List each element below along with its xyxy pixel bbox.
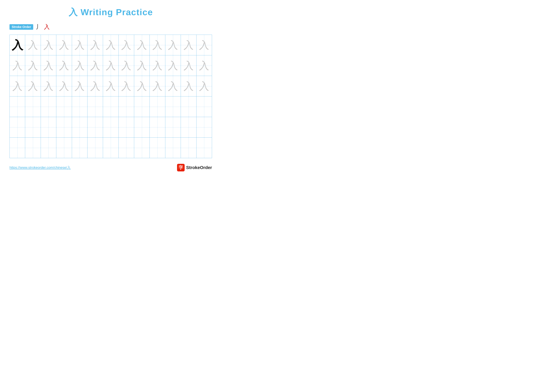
guide-cell: 入	[118, 35, 134, 55]
writing-cell[interactable]	[25, 96, 41, 117]
guide-cell: 入	[56, 76, 72, 96]
guide-cell: 入	[118, 76, 134, 96]
guide-cell: 入	[10, 55, 25, 76]
writing-cell[interactable]	[72, 96, 87, 117]
practice-row-2: 入 入 入 入 入 入 入 入 入 入 入 入 入	[10, 55, 212, 76]
title-text: Writing Practice	[80, 7, 153, 17]
guide-cell: 入	[196, 35, 212, 55]
writing-cell[interactable]	[87, 138, 103, 158]
guide-cell: 入	[150, 35, 165, 55]
stroke-2: 入	[44, 23, 50, 31]
brand-label: StrokeOrder	[186, 165, 212, 170]
guide-cell: 入	[181, 55, 196, 76]
writing-cell[interactable]	[118, 117, 134, 138]
guide-cell: 入	[165, 76, 181, 96]
writing-cell[interactable]	[103, 138, 118, 158]
writing-cell[interactable]	[196, 138, 212, 158]
guide-cell: 入	[103, 76, 118, 96]
stroke-order-section: Stroke Order 丿 入	[9, 23, 212, 31]
stroke-1: 丿	[36, 23, 41, 31]
writing-cell[interactable]	[165, 96, 181, 117]
writing-cell[interactable]	[134, 96, 150, 117]
guide-cell: 入	[25, 76, 41, 96]
writing-cell[interactable]	[118, 138, 134, 158]
writing-cell[interactable]	[87, 117, 103, 138]
guide-cell: 入	[56, 35, 72, 55]
practice-row-6[interactable]	[10, 138, 212, 158]
reference-char: 入	[12, 39, 23, 51]
guide-cell: 入	[134, 55, 150, 76]
writing-cell[interactable]	[10, 117, 25, 138]
guide-cell: 入	[41, 76, 56, 96]
writing-cell[interactable]	[72, 117, 87, 138]
writing-cell[interactable]	[25, 117, 41, 138]
practice-row-4[interactable]	[10, 96, 212, 117]
title-char: 入	[69, 7, 78, 17]
guide-cell: 入	[118, 55, 134, 76]
writing-cell[interactable]	[134, 138, 150, 158]
guide-cell: 入	[196, 55, 212, 76]
writing-cell[interactable]	[165, 117, 181, 138]
guide-cell: 入	[41, 35, 56, 55]
writing-cell[interactable]	[150, 138, 165, 158]
guide-cell: 入	[25, 35, 41, 55]
stroke-order-badge: Stroke Order	[9, 24, 33, 30]
writing-cell[interactable]	[56, 117, 72, 138]
writing-cell[interactable]	[181, 96, 196, 117]
writing-cell[interactable]	[87, 96, 103, 117]
practice-row-3: 入 入 入 入 入 入 入 入 入 入 入 入 入	[10, 76, 212, 96]
writing-cell[interactable]	[25, 138, 41, 158]
writing-cell[interactable]	[196, 96, 212, 117]
writing-cell[interactable]	[41, 117, 56, 138]
writing-cell[interactable]	[196, 117, 212, 138]
guide-cell: 入	[150, 55, 165, 76]
writing-cell[interactable]	[134, 117, 150, 138]
brand-icon: 字	[177, 164, 185, 171]
writing-cell[interactable]	[41, 96, 56, 117]
guide-cell: 入	[72, 76, 87, 96]
guide-cell: 入	[103, 55, 118, 76]
guide-cell: 入	[181, 35, 196, 55]
guide-cell: 入	[72, 35, 87, 55]
guide-cell: 入	[25, 55, 41, 76]
practice-row-5[interactable]	[10, 117, 212, 138]
guide-cell: 入	[134, 76, 150, 96]
guide-cell: 入	[181, 76, 196, 96]
guide-cell: 入	[87, 55, 103, 76]
writing-cell[interactable]	[10, 138, 25, 158]
page-title: 入 Writing Practice	[9, 6, 212, 18]
writing-cell[interactable]	[165, 138, 181, 158]
guide-cell: 入	[150, 76, 165, 96]
footer-brand: 字 StrokeOrder	[177, 164, 212, 171]
practice-grid: 入 入 入 入 入 入 入 入 入 入 入 入 入 入 入 入 入 入 入 入 …	[9, 35, 212, 158]
writing-cell[interactable]	[56, 138, 72, 158]
guide-cell: 入	[165, 35, 181, 55]
writing-cell[interactable]	[118, 96, 134, 117]
writing-cell[interactable]	[41, 138, 56, 158]
guide-cell: 入	[87, 76, 103, 96]
guide-cell: 入	[72, 55, 87, 76]
writing-cell[interactable]	[181, 138, 196, 158]
footer: https://www.strokeorder.com/chinese/入 字 …	[9, 164, 212, 171]
guide-cell: 入	[165, 55, 181, 76]
writing-cell[interactable]	[150, 96, 165, 117]
footer-url[interactable]: https://www.strokeorder.com/chinese/入	[9, 165, 71, 170]
guide-cell: 入	[56, 55, 72, 76]
writing-cell[interactable]	[150, 117, 165, 138]
reference-cell: 入	[10, 35, 25, 55]
writing-cell[interactable]	[72, 138, 87, 158]
guide-cell: 入	[103, 35, 118, 55]
writing-cell[interactable]	[103, 96, 118, 117]
guide-cell: 入	[134, 35, 150, 55]
practice-row-1: 入 入 入 入 入 入 入 入 入 入 入 入 入	[10, 35, 212, 55]
writing-cell[interactable]	[181, 117, 196, 138]
writing-cell[interactable]	[56, 96, 72, 117]
guide-cell: 入	[87, 35, 103, 55]
guide-cell: 入	[41, 55, 56, 76]
guide-cell: 入	[196, 76, 212, 96]
writing-cell[interactable]	[10, 96, 25, 117]
guide-cell: 入	[10, 76, 25, 96]
writing-cell[interactable]	[103, 117, 118, 138]
